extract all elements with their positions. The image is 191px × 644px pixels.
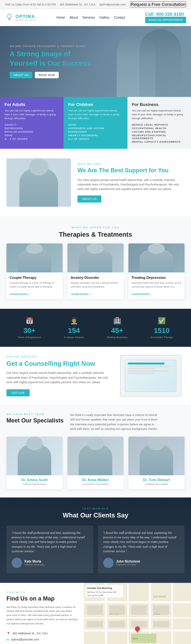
business-list: MEDICO LEGAL REPORTS OCCUPATIONAL HEALTH… (132, 123, 186, 144)
logo: OPTIMA MIND CLINIC (5, 13, 36, 22)
top-bar-left: Visit Us Daily From 8:00 AM to 4:00 PM 4… (5, 3, 126, 6)
feature-children: For Children You can call our highly exp… (64, 97, 127, 149)
svg-rect-16 (109, 621, 125, 627)
therapy-img-3 (128, 243, 185, 272)
svg-text:Betten: Betten (133, 638, 138, 639)
stat-num-3: 45+ (107, 327, 127, 335)
nav-contact[interactable]: Contact (114, 16, 125, 19)
specialists-title: Meet Our Specialists (6, 417, 64, 424)
stat-doctors: 👨‍⚕️ 154 In House Doctors (64, 317, 84, 339)
specialist-card-3: Dr. Tom Stewart Leading Neurologist (128, 437, 185, 489)
hero-title: A Strong Image of Yourself is Our Succes… (10, 50, 91, 68)
svg-text:Optimak: Optimak (153, 613, 160, 615)
hero-title-line2: Yourself is Our Success (10, 59, 91, 67)
therapies-label: WHAT WE OFFER FOR YOU (6, 220, 185, 229)
adults-item-5: A – Z OF ISSUES (5, 137, 59, 141)
svg-rect-20 (87, 621, 103, 627)
business-desc: You can call our highly experienced clin… (132, 109, 186, 120)
hero-title-line1: A Strong Image of (10, 50, 71, 58)
screen-line-1 (128, 366, 169, 367)
nav-home[interactable]: Home (56, 16, 65, 19)
hero-image (104, 33, 188, 97)
test-person-2: John Nicholson Payment Of Past... (103, 558, 180, 568)
counselling-device (120, 355, 185, 397)
device-screen (125, 360, 176, 392)
children-item-1: ADHD (68, 123, 123, 127)
svg-rect-18 (153, 621, 169, 627)
feature-business: For Business You can call our highly exp… (127, 97, 191, 149)
address-text: 455 Wallstreet St., NY, USA (60, 3, 96, 6)
screen-line-2 (128, 368, 155, 369)
testimonial-1: "I found the staff professional and kind… (6, 526, 93, 573)
children-item-5: A-Z OF ISSUES (68, 137, 123, 141)
nav-services[interactable]: Services (83, 16, 95, 19)
test-title: What Our Clients Say (6, 512, 185, 519)
map-placeholder: STATE THOMAS OLD SILVER THE CLINIC Optim… (84, 583, 191, 644)
test-label: TESTIMONIALS (6, 507, 185, 510)
stat-num-2: 154 (64, 327, 84, 335)
adults-list: ANXIETY DEPRESSION BIPOLAR DISORDER ADHD… (5, 123, 59, 141)
location-icon: 📍 (6, 632, 10, 635)
stat-num-1: 30+ (18, 327, 41, 335)
test-quote-1: "I found the staff professional and kind… (12, 531, 88, 554)
nav-gallery[interactable]: Gallery (99, 16, 110, 19)
contact-label: CONTACTS (6, 591, 77, 594)
contact-list: 📍 455 Wallstreet St., NY, USA ✉ optima@y… (6, 630, 77, 644)
hero-book-button[interactable]: BOOK NOW (35, 72, 59, 78)
top-bar: Visit Us Daily From 8:00 AM to 4:00 PM 4… (0, 0, 191, 9)
therapy-img-1 (6, 243, 63, 272)
check-icon: ✅ (150, 317, 173, 325)
therapies-section: WHAT WE OFFER FOR YOU Therapies & Treatm… (0, 216, 191, 309)
screen-line-4 (128, 373, 155, 374)
appointment-button[interactable]: MAKE AN APPOINTMENT (145, 17, 186, 23)
spec-name-3: Dr. Tom Stewart (128, 478, 185, 482)
therapy-desc-3: Everyone feels low from time to time, as… (132, 281, 181, 289)
hero-content: WE ARE PRIVATE PSYCHIATRY & THERAPY CLIN… (0, 38, 100, 85)
therapy-card-3: Treating Depression Everyone feels low f… (128, 243, 185, 299)
therapy-card-2: Anxiety Disorder Anxiety disorders can b… (67, 243, 124, 299)
spec-role-1: Clinical Psychologist (6, 483, 63, 486)
contact-phone: 📞 Call: 800 326 9160 (6, 643, 77, 644)
children-list: ADHD ASPERGERS AND AUTISM DEPRESSION ANX… (68, 123, 123, 141)
who-label: WHO WE ARE (77, 163, 185, 166)
learn-more-1[interactable]: LEARN MORE > (10, 293, 29, 296)
therapy-title-1: Couple Therapy (10, 276, 59, 279)
learn-more-2[interactable]: LEARN MORE > (71, 293, 90, 296)
nav-about[interactable]: About (69, 16, 78, 19)
logo-sub: MIND CLINIC (15, 19, 36, 21)
map-desc: We think it's really important that clin… (6, 605, 77, 626)
business-item-4: NEUROPSYCHOLOGICAL ASSESSMENTS (132, 134, 186, 140)
svg-text:Innovate Test Marketing: Innovate Test Marketing (87, 587, 112, 590)
stat-label-3: Medical Branches (107, 336, 127, 339)
specialists-section: WE HAVE BEST TEAM Meet Our Specialists W… (0, 405, 191, 497)
testimonials-section: TESTIMONIALS What Our Clients Say "I fou… (0, 497, 191, 583)
specialist-card-2: Dr. Anna Walker Consultant Psychiatrist (67, 437, 124, 489)
therapy-title-2: Anxiety Disorder (71, 276, 120, 279)
specialists-header: WE HAVE BEST TEAM Meet Our Specialists W… (6, 413, 185, 431)
test-person-info-1: Kate Murta Clinical Neurolog... (25, 560, 46, 566)
hero-about-button[interactable]: ABOUT US (10, 72, 32, 78)
email-text: optimabyoursite.com (99, 3, 126, 6)
map-content: CONTACTS Find Us on a Map We think it's … (0, 583, 84, 644)
get-live-button[interactable]: GET LIVE (6, 389, 30, 396)
spec-img-2 (67, 437, 124, 475)
therapy-desc-2: Anxiety disorders can be a serious illne… (71, 281, 120, 289)
specialists-desc: We think it's really important that clin… (70, 413, 160, 431)
play-button[interactable] (33, 177, 45, 188)
test-person-info-2: John Nicholson Payment Of Past... (116, 560, 140, 566)
about-image (6, 158, 71, 207)
children-desc: You can call our highly experienced clin… (68, 109, 123, 120)
learn-more-3[interactable]: LEARN MORE > (132, 293, 151, 296)
map-svg: STATE THOMAS OLD SILVER THE CLINIC Optim… (84, 583, 191, 644)
spec-img-3 (128, 437, 185, 475)
about-content: WHO WE ARE We Are The Best Support for Y… (77, 163, 185, 203)
adults-item-1: ANXIETY (5, 123, 59, 127)
free-consult-button[interactable]: Request a Free Consultation (130, 1, 186, 7)
site-header: OPTIMA MIND CLINIC Home About Services G… (0, 9, 191, 26)
svg-rect-14 (131, 605, 147, 614)
children-item-3: DEPRESSION (68, 130, 123, 134)
therapy-content-3: Treating Depression Everyone feels low f… (128, 272, 185, 299)
hero-buttons: ABOUT US BOOK NOW (10, 72, 91, 78)
therapy-desc-1: Couples therapy is a form of therapy in … (10, 281, 59, 289)
about-us-button[interactable]: ABOUT US (77, 195, 101, 203)
